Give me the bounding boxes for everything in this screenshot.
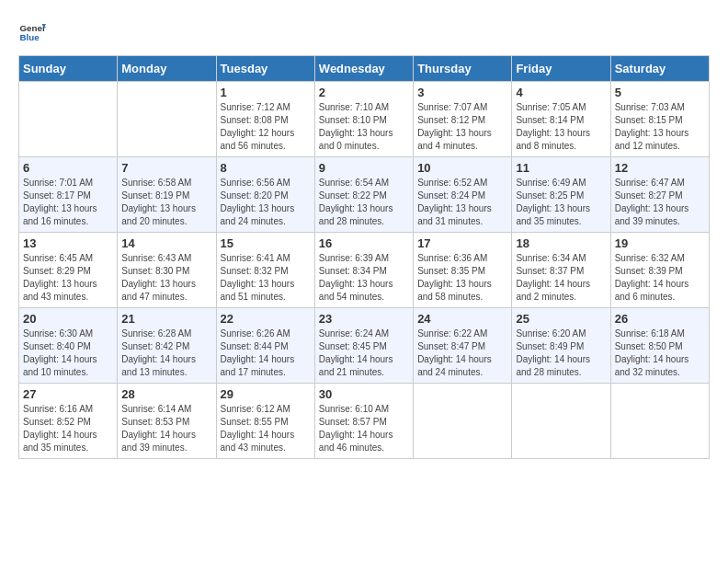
calendar-cell: 25Sunrise: 6:20 AM Sunset: 8:49 PM Dayli… — [512, 308, 610, 384]
calendar-cell: 10Sunrise: 6:52 AM Sunset: 8:24 PM Dayli… — [414, 157, 512, 233]
calendar-week-2: 6Sunrise: 7:01 AM Sunset: 8:17 PM Daylig… — [19, 157, 710, 233]
day-info: Sunrise: 6:47 AM Sunset: 8:27 PM Dayligh… — [615, 177, 705, 228]
day-info: Sunrise: 7:05 AM Sunset: 8:14 PM Dayligh… — [516, 101, 606, 153]
calendar-cell: 3Sunrise: 7:07 AM Sunset: 8:12 PM Daylig… — [414, 82, 512, 157]
day-info: Sunrise: 7:03 AM Sunset: 8:15 PM Dayligh… — [615, 101, 705, 153]
logo-icon: General Blue — [18, 18, 46, 46]
day-number: 5 — [615, 86, 705, 99]
calendar-cell: 30Sunrise: 6:10 AM Sunset: 8:57 PM Dayli… — [314, 384, 413, 459]
day-number: 6 — [23, 161, 113, 175]
calendar-cell: 12Sunrise: 6:47 AM Sunset: 8:27 PM Dayli… — [610, 157, 709, 233]
calendar-cell: 9Sunrise: 6:54 AM Sunset: 8:22 PM Daylig… — [314, 157, 413, 233]
calendar-cell: 20Sunrise: 6:30 AM Sunset: 8:40 PM Dayli… — [19, 308, 118, 384]
calendar-cell: 29Sunrise: 6:12 AM Sunset: 8:55 PM Dayli… — [216, 384, 314, 459]
day-number: 2 — [319, 86, 409, 99]
calendar-cell: 16Sunrise: 6:39 AM Sunset: 8:34 PM Dayli… — [314, 233, 413, 308]
day-info: Sunrise: 6:41 AM Sunset: 8:32 PM Dayligh… — [221, 252, 311, 304]
calendar-cell: 7Sunrise: 6:58 AM Sunset: 8:19 PM Daylig… — [118, 157, 216, 233]
calendar-table: SundayMondayTuesdayWednesdayThursdayFrid… — [18, 55, 710, 459]
day-info: Sunrise: 6:54 AM Sunset: 8:22 PM Dayligh… — [319, 177, 409, 228]
weekday-header-saturday: Saturday — [610, 56, 709, 82]
calendar-week-3: 13Sunrise: 6:45 AM Sunset: 8:29 PM Dayli… — [19, 233, 710, 308]
day-info: Sunrise: 6:43 AM Sunset: 8:30 PM Dayligh… — [121, 252, 211, 304]
calendar-cell: 13Sunrise: 6:45 AM Sunset: 8:29 PM Dayli… — [19, 233, 118, 308]
day-info: Sunrise: 6:18 AM Sunset: 8:50 PM Dayligh… — [615, 327, 705, 379]
day-number: 7 — [121, 161, 211, 175]
day-number: 21 — [121, 312, 211, 326]
day-info: Sunrise: 6:24 AM Sunset: 8:45 PM Dayligh… — [319, 327, 409, 379]
calendar-cell: 6Sunrise: 7:01 AM Sunset: 8:17 PM Daylig… — [19, 157, 118, 233]
calendar-cell: 24Sunrise: 6:22 AM Sunset: 8:47 PM Dayli… — [414, 308, 512, 384]
day-number: 30 — [319, 387, 409, 401]
calendar-cell: 1Sunrise: 7:12 AM Sunset: 8:08 PM Daylig… — [216, 82, 314, 157]
day-number: 14 — [121, 236, 211, 250]
day-number: 13 — [23, 236, 113, 250]
calendar-cell — [610, 384, 709, 459]
weekday-header-monday: Monday — [118, 56, 216, 82]
calendar-week-1: 1Sunrise: 7:12 AM Sunset: 8:08 PM Daylig… — [19, 82, 710, 157]
calendar-cell: 23Sunrise: 6:24 AM Sunset: 8:45 PM Dayli… — [314, 308, 413, 384]
day-info: Sunrise: 6:28 AM Sunset: 8:42 PM Dayligh… — [121, 327, 211, 379]
day-info: Sunrise: 6:45 AM Sunset: 8:29 PM Dayligh… — [23, 252, 113, 304]
calendar-cell: 27Sunrise: 6:16 AM Sunset: 8:52 PM Dayli… — [19, 384, 118, 459]
calendar-cell: 17Sunrise: 6:36 AM Sunset: 8:35 PM Dayli… — [414, 233, 512, 308]
day-number: 26 — [615, 312, 705, 326]
day-info: Sunrise: 6:30 AM Sunset: 8:40 PM Dayligh… — [23, 327, 113, 379]
calendar-cell — [19, 82, 118, 157]
day-number: 1 — [221, 86, 311, 99]
day-number: 29 — [221, 387, 311, 401]
calendar-cell — [512, 384, 610, 459]
day-number: 19 — [615, 236, 705, 250]
day-info: Sunrise: 6:58 AM Sunset: 8:19 PM Dayligh… — [121, 177, 211, 228]
calendar-cell: 28Sunrise: 6:14 AM Sunset: 8:53 PM Dayli… — [118, 384, 216, 459]
day-info: Sunrise: 6:49 AM Sunset: 8:25 PM Dayligh… — [516, 177, 606, 228]
day-info: Sunrise: 6:52 AM Sunset: 8:24 PM Dayligh… — [417, 177, 507, 228]
day-info: Sunrise: 6:56 AM Sunset: 8:20 PM Dayligh… — [221, 177, 311, 228]
calendar-week-5: 27Sunrise: 6:16 AM Sunset: 8:52 PM Dayli… — [19, 384, 710, 459]
day-number: 17 — [417, 236, 507, 250]
calendar-cell: 18Sunrise: 6:34 AM Sunset: 8:37 PM Dayli… — [512, 233, 610, 308]
day-number: 18 — [516, 236, 606, 250]
day-number: 20 — [23, 312, 113, 326]
day-number: 16 — [319, 236, 409, 250]
weekday-header-row: SundayMondayTuesdayWednesdayThursdayFrid… — [19, 56, 710, 82]
day-number: 27 — [23, 387, 113, 401]
weekday-header-thursday: Thursday — [414, 56, 512, 82]
day-number: 28 — [121, 387, 211, 401]
day-info: Sunrise: 6:20 AM Sunset: 8:49 PM Dayligh… — [516, 327, 606, 379]
day-number: 25 — [516, 312, 606, 326]
day-number: 11 — [516, 161, 606, 175]
day-number: 15 — [221, 236, 311, 250]
day-number: 9 — [319, 161, 409, 175]
day-info: Sunrise: 6:36 AM Sunset: 8:35 PM Dayligh… — [417, 252, 507, 304]
day-info: Sunrise: 7:01 AM Sunset: 8:17 PM Dayligh… — [23, 177, 113, 228]
calendar-cell: 15Sunrise: 6:41 AM Sunset: 8:32 PM Dayli… — [216, 233, 314, 308]
calendar-cell: 26Sunrise: 6:18 AM Sunset: 8:50 PM Dayli… — [610, 308, 709, 384]
calendar-cell: 5Sunrise: 7:03 AM Sunset: 8:15 PM Daylig… — [610, 82, 709, 157]
day-number: 12 — [615, 161, 705, 175]
calendar-cell: 11Sunrise: 6:49 AM Sunset: 8:25 PM Dayli… — [512, 157, 610, 233]
day-number: 22 — [221, 312, 311, 326]
day-info: Sunrise: 6:16 AM Sunset: 8:52 PM Dayligh… — [23, 403, 113, 454]
day-info: Sunrise: 6:14 AM Sunset: 8:53 PM Dayligh… — [121, 403, 211, 454]
day-info: Sunrise: 6:39 AM Sunset: 8:34 PM Dayligh… — [319, 252, 409, 304]
calendar-cell: 22Sunrise: 6:26 AM Sunset: 8:44 PM Dayli… — [216, 308, 314, 384]
day-number: 10 — [417, 161, 507, 175]
page-header: General Blue — [18, 18, 710, 46]
calendar-cell: 21Sunrise: 6:28 AM Sunset: 8:42 PM Dayli… — [118, 308, 216, 384]
day-info: Sunrise: 7:10 AM Sunset: 8:10 PM Dayligh… — [319, 101, 409, 153]
calendar-week-4: 20Sunrise: 6:30 AM Sunset: 8:40 PM Dayli… — [19, 308, 710, 384]
day-number: 24 — [417, 312, 507, 326]
day-info: Sunrise: 7:12 AM Sunset: 8:08 PM Dayligh… — [221, 101, 311, 153]
day-number: 4 — [516, 86, 606, 99]
calendar-cell: 2Sunrise: 7:10 AM Sunset: 8:10 PM Daylig… — [314, 82, 413, 157]
day-info: Sunrise: 6:34 AM Sunset: 8:37 PM Dayligh… — [516, 252, 606, 304]
weekday-header-sunday: Sunday — [19, 56, 118, 82]
calendar-cell: 19Sunrise: 6:32 AM Sunset: 8:39 PM Dayli… — [610, 233, 709, 308]
weekday-header-tuesday: Tuesday — [216, 56, 314, 82]
day-number: 8 — [221, 161, 311, 175]
day-info: Sunrise: 6:26 AM Sunset: 8:44 PM Dayligh… — [221, 327, 311, 379]
calendar-cell — [414, 384, 512, 459]
day-number: 23 — [319, 312, 409, 326]
day-info: Sunrise: 6:12 AM Sunset: 8:55 PM Dayligh… — [221, 403, 311, 454]
